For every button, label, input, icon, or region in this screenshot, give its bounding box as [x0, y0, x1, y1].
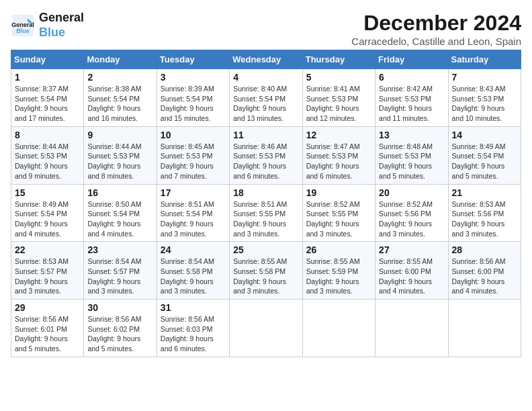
week-row-2: 15Sunrise: 8:49 AM Sunset: 5:54 PM Dayli… — [11, 184, 521, 242]
location-title: Carracedelo, Castille and Leon, Spain — [351, 36, 521, 47]
day-cell: 19Sunrise: 8:52 AM Sunset: 5:55 PM Dayli… — [302, 184, 375, 242]
week-row-0: 1Sunrise: 8:37 AM Sunset: 5:54 PM Daylig… — [11, 69, 521, 127]
calendar-table: SundayMondayTuesdayWednesdayThursdayFrid… — [11, 50, 521, 357]
day-cell: 17Sunrise: 8:51 AM Sunset: 5:54 PM Dayli… — [157, 184, 229, 242]
weekday-header-thursday: Thursday — [302, 50, 375, 69]
page-header: General Blue GeneralBlue December 2024 C… — [11, 11, 521, 47]
weekday-header-sunday: Sunday — [11, 50, 84, 69]
day-info: Sunrise: 8:41 AM Sunset: 5:53 PM Dayligh… — [306, 84, 371, 124]
svg-text:Blue: Blue — [16, 27, 30, 34]
day-number: 28 — [452, 244, 517, 255]
day-number: 26 — [306, 244, 371, 255]
day-number: 24 — [161, 244, 226, 255]
day-number: 14 — [452, 130, 517, 140]
day-number: 1 — [15, 72, 80, 83]
day-cell: 7Sunrise: 8:43 AM Sunset: 5:53 PM Daylig… — [448, 69, 521, 127]
month-title: December 2024 — [351, 11, 521, 36]
day-cell: 11Sunrise: 8:46 AM Sunset: 5:53 PM Dayli… — [230, 126, 302, 184]
day-cell: 15Sunrise: 8:49 AM Sunset: 5:54 PM Dayli… — [11, 184, 84, 242]
day-cell — [448, 300, 521, 357]
day-number: 5 — [306, 72, 371, 83]
weekday-header-saturday: Saturday — [448, 50, 521, 69]
day-number: 2 — [87, 72, 152, 83]
day-cell: 18Sunrise: 8:51 AM Sunset: 5:55 PM Dayli… — [230, 184, 302, 242]
day-info: Sunrise: 8:40 AM Sunset: 5:54 PM Dayligh… — [233, 84, 298, 124]
day-info: Sunrise: 8:46 AM Sunset: 5:53 PM Dayligh… — [233, 142, 298, 181]
day-cell: 10Sunrise: 8:45 AM Sunset: 5:53 PM Dayli… — [157, 126, 229, 184]
day-number: 31 — [161, 302, 226, 313]
day-info: Sunrise: 8:38 AM Sunset: 5:54 PM Dayligh… — [87, 84, 152, 124]
day-number: 7 — [452, 72, 517, 83]
day-number: 12 — [306, 130, 371, 140]
day-cell: 23Sunrise: 8:54 AM Sunset: 5:57 PM Dayli… — [84, 242, 157, 300]
day-cell: 4Sunrise: 8:40 AM Sunset: 5:54 PM Daylig… — [230, 69, 302, 127]
day-number: 17 — [161, 187, 226, 198]
day-cell: 16Sunrise: 8:50 AM Sunset: 5:54 PM Dayli… — [84, 184, 157, 242]
day-cell: 26Sunrise: 8:55 AM Sunset: 5:59 PM Dayli… — [302, 242, 375, 300]
day-cell: 14Sunrise: 8:49 AM Sunset: 5:54 PM Dayli… — [448, 126, 521, 184]
day-info: Sunrise: 8:56 AM Sunset: 6:02 PM Dayligh… — [87, 314, 152, 354]
day-number: 23 — [87, 244, 152, 255]
day-info: Sunrise: 8:52 AM Sunset: 5:55 PM Dayligh… — [306, 199, 371, 239]
day-cell — [302, 300, 375, 357]
day-number: 27 — [379, 244, 444, 255]
day-info: Sunrise: 8:56 AM Sunset: 6:03 PM Dayligh… — [161, 314, 226, 354]
day-cell: 8Sunrise: 8:44 AM Sunset: 5:53 PM Daylig… — [11, 126, 84, 184]
day-info: Sunrise: 8:43 AM Sunset: 5:53 PM Dayligh… — [452, 84, 517, 124]
day-info: Sunrise: 8:52 AM Sunset: 5:56 PM Dayligh… — [379, 199, 444, 239]
day-number: 8 — [15, 130, 80, 140]
day-info: Sunrise: 8:55 AM Sunset: 5:58 PM Dayligh… — [233, 257, 298, 296]
day-info: Sunrise: 8:44 AM Sunset: 5:53 PM Dayligh… — [87, 142, 152, 181]
week-row-1: 8Sunrise: 8:44 AM Sunset: 5:53 PM Daylig… — [11, 126, 521, 184]
day-number: 13 — [379, 130, 444, 140]
day-info: Sunrise: 8:54 AM Sunset: 5:57 PM Dayligh… — [87, 257, 152, 296]
weekday-header-monday: Monday — [84, 50, 157, 69]
day-info: Sunrise: 8:56 AM Sunset: 6:01 PM Dayligh… — [15, 314, 80, 354]
day-cell: 2Sunrise: 8:38 AM Sunset: 5:54 PM Daylig… — [84, 69, 157, 127]
day-info: Sunrise: 8:51 AM Sunset: 5:55 PM Dayligh… — [233, 199, 298, 239]
title-block: December 2024 Carracedelo, Castille and … — [351, 11, 521, 47]
day-number: 3 — [161, 72, 226, 83]
day-cell: 25Sunrise: 8:55 AM Sunset: 5:58 PM Dayli… — [230, 242, 302, 300]
day-cell: 1Sunrise: 8:37 AM Sunset: 5:54 PM Daylig… — [11, 69, 84, 127]
day-cell: 9Sunrise: 8:44 AM Sunset: 5:53 PM Daylig… — [84, 126, 157, 184]
day-cell: 27Sunrise: 8:55 AM Sunset: 6:00 PM Dayli… — [375, 242, 448, 300]
day-number: 29 — [15, 302, 80, 313]
day-cell: 13Sunrise: 8:48 AM Sunset: 5:53 PM Dayli… — [375, 126, 448, 184]
day-info: Sunrise: 8:39 AM Sunset: 5:54 PM Dayligh… — [161, 84, 226, 124]
day-info: Sunrise: 8:49 AM Sunset: 5:54 PM Dayligh… — [15, 199, 80, 239]
weekday-header-wednesday: Wednesday — [230, 50, 302, 69]
day-cell — [230, 300, 302, 357]
day-cell: 3Sunrise: 8:39 AM Sunset: 5:54 PM Daylig… — [157, 69, 229, 127]
logo-text: GeneralBlue — [39, 11, 84, 40]
week-row-3: 22Sunrise: 8:53 AM Sunset: 5:57 PM Dayli… — [11, 242, 521, 300]
day-cell: 21Sunrise: 8:53 AM Sunset: 5:56 PM Dayli… — [448, 184, 521, 242]
day-number: 19 — [306, 187, 371, 198]
day-cell: 31Sunrise: 8:56 AM Sunset: 6:03 PM Dayli… — [157, 300, 229, 357]
day-number: 21 — [452, 187, 517, 198]
day-number: 15 — [15, 187, 80, 198]
day-cell: 12Sunrise: 8:47 AM Sunset: 5:53 PM Dayli… — [302, 126, 375, 184]
day-info: Sunrise: 8:48 AM Sunset: 5:53 PM Dayligh… — [379, 142, 444, 181]
day-info: Sunrise: 8:44 AM Sunset: 5:53 PM Dayligh… — [15, 142, 80, 181]
day-number: 10 — [161, 130, 226, 140]
day-number: 18 — [233, 187, 298, 198]
day-cell: 28Sunrise: 8:56 AM Sunset: 6:00 PM Dayli… — [448, 242, 521, 300]
day-info: Sunrise: 8:50 AM Sunset: 5:54 PM Dayligh… — [87, 199, 152, 239]
weekday-header-friday: Friday — [375, 50, 448, 69]
day-cell: 5Sunrise: 8:41 AM Sunset: 5:53 PM Daylig… — [302, 69, 375, 127]
day-number: 20 — [379, 187, 444, 198]
week-row-4: 29Sunrise: 8:56 AM Sunset: 6:01 PM Dayli… — [11, 300, 521, 357]
day-cell: 30Sunrise: 8:56 AM Sunset: 6:02 PM Dayli… — [84, 300, 157, 357]
day-number: 30 — [87, 302, 152, 313]
weekday-header-tuesday: Tuesday — [157, 50, 229, 69]
day-info: Sunrise: 8:42 AM Sunset: 5:53 PM Dayligh… — [379, 84, 444, 124]
day-number: 11 — [233, 130, 298, 140]
day-info: Sunrise: 8:49 AM Sunset: 5:54 PM Dayligh… — [452, 142, 517, 181]
day-number: 22 — [15, 244, 80, 255]
day-info: Sunrise: 8:37 AM Sunset: 5:54 PM Dayligh… — [15, 84, 80, 124]
day-info: Sunrise: 8:51 AM Sunset: 5:54 PM Dayligh… — [161, 199, 226, 239]
weekday-header-row: SundayMondayTuesdayWednesdayThursdayFrid… — [11, 50, 521, 69]
day-cell: 22Sunrise: 8:53 AM Sunset: 5:57 PM Dayli… — [11, 242, 84, 300]
day-info: Sunrise: 8:55 AM Sunset: 5:59 PM Dayligh… — [306, 257, 371, 296]
